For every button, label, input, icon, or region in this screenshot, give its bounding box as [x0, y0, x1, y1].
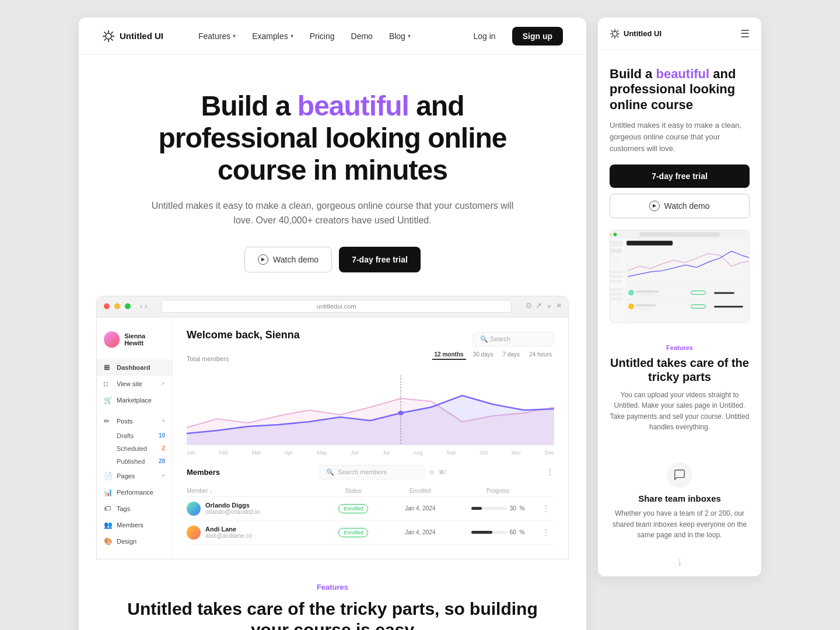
nav-blog[interactable]: Blog ▾ — [389, 32, 411, 41]
scroll-indicator: ↓ — [598, 547, 761, 576]
filter-30days[interactable]: 30 days — [471, 350, 496, 360]
svg-rect-43 — [691, 290, 706, 294]
member-avatar-2 — [187, 526, 201, 540]
signup-button[interactable]: Sign up — [512, 27, 563, 46]
rp-hero-subtitle: Untitled makes it easy to make a clean, … — [610, 120, 750, 155]
member-info-2: Andi Lane andi@andilane.co — [187, 526, 320, 540]
nav-examples[interactable]: Examples ▾ — [252, 32, 293, 41]
search-icon: 🔍 — [326, 468, 334, 476]
keyboard-icon: ⌘/ — [439, 469, 446, 475]
sidebar-child-drafts[interactable]: Drafts 10 — [97, 429, 172, 442]
member-info-1: Orlando Diggs orlando@orlandod.io — [187, 502, 320, 516]
sidebar-child-scheduled[interactable]: Scheduled 2 — [97, 442, 172, 455]
svg-line-7 — [111, 32, 113, 33]
svg-rect-36 — [610, 292, 622, 295]
sidebar-item-members[interactable]: 👥 Members — [97, 517, 172, 533]
nav-features[interactable]: Features ▾ — [198, 32, 236, 41]
logo[interactable]: Untitled UI — [102, 30, 163, 43]
sidebar-item-pages[interactable]: 📄 Pages + — [97, 468, 172, 484]
members-title: Members — [187, 468, 220, 477]
url-bar: untitledui.com — [161, 300, 512, 313]
watch-demo-button[interactable]: ▶ Watch demo — [244, 247, 332, 272]
member-email-2: andi@andilane.co — [205, 533, 252, 539]
svg-rect-39 — [626, 285, 749, 285]
svg-rect-30 — [610, 254, 622, 258]
member-email-1: orlando@orlandod.io — [205, 509, 260, 515]
members-header: Members 🔍 Search members ⊙ ⌘/ ⋮ — [187, 465, 554, 480]
rp-logo: Untitled UI — [610, 29, 662, 39]
brand-name: Untitled UI — [120, 31, 163, 41]
rp-mockup-svg — [610, 230, 749, 323]
rp-features-section: Features Untitled takes care of the tric… — [598, 335, 761, 456]
filter-12months[interactable]: 12 months — [432, 350, 466, 360]
svg-line-19 — [617, 36, 618, 37]
svg-rect-33 — [610, 275, 622, 278]
sidebar: Sienna Hewitt ⊞ Dashboard □ View site ↗ … — [97, 317, 173, 559]
row-options-2[interactable]: ⋮ — [542, 528, 554, 537]
features-section: Features Untitled takes care of the tric… — [79, 559, 586, 630]
table-header: Member ↓ Status Enrolled Progress — [187, 485, 554, 497]
logo-icon — [102, 30, 115, 43]
share-inbox-icon — [673, 468, 686, 481]
svg-rect-48 — [636, 307, 652, 309]
rp-mockup — [610, 230, 750, 323]
dashboard-content: Sienna Hewitt ⊞ Dashboard □ View site ↗ … — [97, 317, 568, 559]
dashboard-search[interactable]: 🔍 Search — [473, 332, 554, 346]
sidebar-item-design[interactable]: 🎨 Design — [97, 533, 172, 550]
rp-hero: Build a beautiful and professional looki… — [598, 50, 761, 230]
marketplace-icon: 🛒 — [104, 396, 112, 404]
member-enrolled-2: Jan 4, 2024 — [387, 529, 453, 536]
col-header-enrolled: Enrolled — [387, 488, 453, 494]
search-members[interactable]: 🔍 Search members — [320, 465, 425, 480]
play-icon: ▶ — [258, 254, 268, 265]
nav-pricing[interactable]: Pricing — [310, 32, 335, 41]
browser-dot-yellow — [114, 303, 120, 309]
hero-actions: ▶ Watch demo 7-day free trial — [149, 247, 516, 272]
login-button[interactable]: Log in — [463, 27, 506, 46]
sidebar-item-posts[interactable]: ✏ Posts + — [97, 413, 172, 429]
svg-point-25 — [613, 233, 617, 236]
hamburger-icon[interactable]: ☰ — [740, 27, 750, 40]
svg-rect-50 — [714, 306, 743, 307]
nav-actions: Log in Sign up — [463, 27, 563, 46]
design-icon: 🎨 — [104, 537, 112, 545]
avatar — [104, 331, 120, 348]
chart-area — [187, 375, 554, 445]
sidebar-item-performance[interactable]: 📊 Performance — [97, 484, 172, 501]
rp-trial-button[interactable]: 7-day free trial — [610, 164, 750, 188]
share-inbox-title: Share team inboxes — [610, 494, 750, 503]
svg-rect-42 — [636, 293, 653, 295]
sidebar-child-published[interactable]: Published 28 — [97, 455, 172, 468]
sidebar-item-tags[interactable]: 🏷 Tags — [97, 501, 172, 517]
svg-rect-31 — [610, 260, 622, 264]
sidebar-item-dashboard[interactable]: ⊞ Dashboard — [97, 359, 172, 376]
svg-rect-45 — [626, 299, 749, 300]
sidebar-item-marketplace[interactable]: 🛒 Marketplace — [97, 392, 172, 408]
svg-point-0 — [106, 33, 111, 39]
filter-icon[interactable]: ⊙ — [429, 469, 434, 475]
welcome-title: Welcome back, Sienna — [187, 329, 300, 341]
svg-line-21 — [611, 36, 612, 37]
total-members-label: Total members — [187, 355, 229, 362]
svg-point-40 — [628, 289, 634, 295]
member-name-2: Andi Lane — [205, 526, 252, 533]
right-panel: Untitled UI ☰ Build a beautiful and prof… — [598, 18, 761, 576]
performance-icon: 📊 — [104, 488, 112, 496]
filter-7days[interactable]: 7 days — [501, 350, 522, 360]
filter-24hours[interactable]: 24 hours — [527, 350, 554, 360]
row-options-1[interactable]: ⋮ — [542, 505, 554, 513]
member-status-1: Enrolled — [320, 504, 387, 513]
rp-watch-button[interactable]: ▶ Watch demo — [610, 194, 750, 218]
sidebar-item-viewsite[interactable]: □ View site ↗ — [97, 376, 172, 392]
trial-button[interactable]: 7-day free trial — [339, 247, 421, 272]
col-header-status: Status — [320, 488, 387, 494]
nav-demo[interactable]: Demo — [351, 32, 373, 41]
browser-icons: ⊙↗＋≡ — [526, 301, 561, 312]
chart-svg — [187, 375, 554, 445]
svg-line-20 — [617, 30, 618, 31]
sidebar-username: Sienna Hewitt — [124, 332, 165, 346]
hero-subtitle: Untitled makes it easy to make a clean, … — [149, 198, 516, 228]
rp-navbar: Untitled UI ☰ — [598, 18, 761, 50]
more-options-icon[interactable]: ⋮ — [546, 467, 554, 477]
svg-rect-47 — [636, 304, 656, 306]
